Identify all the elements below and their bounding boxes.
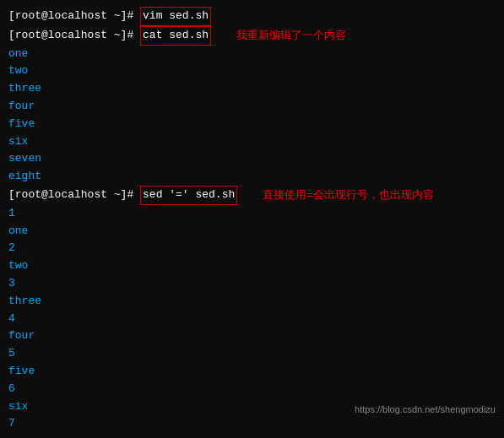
val-seven: seven (8, 433, 496, 438)
val-five: five (8, 363, 496, 381)
cmd-sed: sed '=' sed.sh (140, 186, 237, 205)
output-four: four (8, 98, 496, 116)
prompt-1: [root@localhost ~]# (8, 8, 140, 25)
output-five: five (8, 116, 496, 133)
command-line-sed: [root@localhost ~]# sed '=' sed.sh 直接使用=… (8, 186, 496, 205)
command-line-1: [root@localhost ~]# vim sed.sh (8, 7, 496, 26)
output-seven: seven (8, 150, 496, 168)
num-6: 6 (8, 381, 496, 398)
output-three: three (8, 80, 496, 98)
terminal-window: [root@localhost ~]# vim sed.sh [root@loc… (0, 0, 504, 438)
cmd-cat: cat sed.sh (140, 26, 211, 46)
num-7: 7 (8, 415, 496, 433)
val-one: one (8, 223, 496, 241)
comment-2: 直接使用=会出现行号，也出现内容 (263, 187, 434, 204)
prompt-3: [root@localhost ~]# (8, 187, 140, 204)
prompt-2: [root@localhost ~]# (8, 27, 140, 45)
command-line-2: [root@localhost ~]# cat sed.sh 我重新编辑了一个内… (8, 26, 496, 46)
output-eight: eight (8, 168, 496, 186)
output-one: one (8, 46, 496, 63)
cmd-vim: vim sed.sh (140, 7, 211, 26)
val-four: four (8, 327, 496, 345)
watermark: https://blog.csdn.net/shengmodizu (355, 404, 496, 414)
val-three: three (8, 293, 496, 311)
output-two: two (8, 62, 496, 80)
num-4: 4 (8, 311, 496, 328)
comment-1: 我重新编辑了一个内容 (236, 27, 346, 45)
num-3: 3 (8, 275, 496, 293)
num-5: 5 (8, 345, 496, 363)
num-1: 1 (8, 205, 496, 223)
num-2: 2 (8, 240, 496, 257)
val-two: two (8, 257, 496, 275)
output-six: six (8, 133, 496, 151)
